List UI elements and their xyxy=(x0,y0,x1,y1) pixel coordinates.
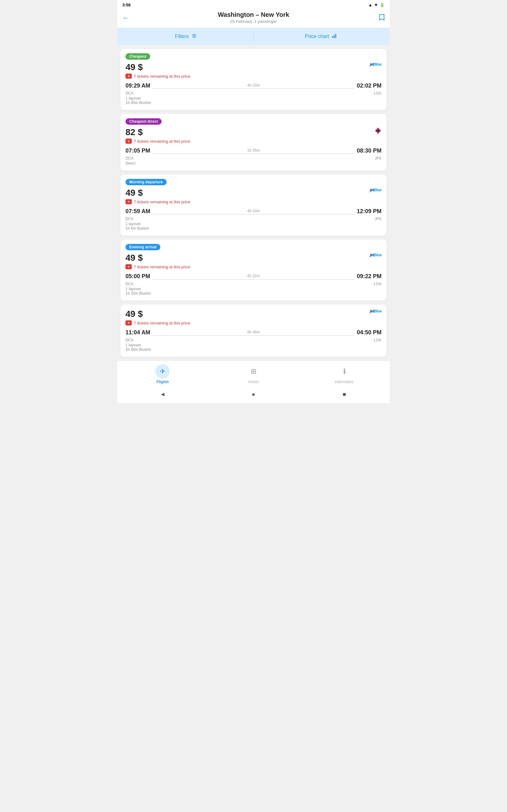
ticket-plane-icon: ✈ xyxy=(125,73,132,79)
android-home-icon: ● xyxy=(252,391,256,398)
arrive-airport: LGA xyxy=(374,282,382,286)
arrive-time: 04:50 PM xyxy=(357,329,382,336)
duration-label: 5h 46m xyxy=(247,330,260,334)
arrive-airport: LGA xyxy=(374,338,382,342)
flights-list: Cheapest 49 $ jetBlue ✈ 7 tickets remain… xyxy=(117,45,390,361)
nav-item-information[interactable]: ℹInformation xyxy=(299,364,390,384)
wifi-icon: ▼ xyxy=(374,3,378,7)
airline-logo: jetBlue xyxy=(370,309,382,313)
airline-logo xyxy=(375,127,382,136)
svg-rect-7 xyxy=(334,35,335,38)
airport-row: DCA JFK xyxy=(125,156,382,160)
svg-point-3 xyxy=(193,34,193,35)
airport-row: DCA JFK xyxy=(125,217,382,221)
flight-times: 09:29 AM 4h 33m 02:02 PM xyxy=(125,83,382,89)
airline-logo: jetBlue xyxy=(370,62,382,67)
flight-badge: Morning departure xyxy=(125,179,167,185)
ticket-plane-icon: ✈ xyxy=(125,320,132,325)
flight-price: 49 $ xyxy=(125,62,143,72)
status-bar: 3:58 ▲ ▼ 🔋 xyxy=(117,0,390,9)
flight-price: 49 $ xyxy=(125,253,143,263)
nav-icon-flights: ✈ xyxy=(155,364,170,379)
airport-row: DCA LGA xyxy=(125,282,382,286)
depart-airport: DCA xyxy=(125,282,133,286)
tickets-remaining: ✈ 7 tickets remaining at this price xyxy=(125,264,382,269)
android-back-button[interactable]: ◄ xyxy=(156,390,170,399)
flight-line xyxy=(153,335,354,336)
duration-line: 4h 10m xyxy=(150,209,357,214)
arrive-airport: LGA xyxy=(374,91,382,96)
depart-airport: DCA xyxy=(125,217,133,221)
flight-card[interactable]: 49 $ jetBlue ✈ 7 tickets remaining at th… xyxy=(120,305,387,357)
android-recent-button[interactable]: ■ xyxy=(337,390,351,399)
tickets-remaining: ✈ 7 tickets remaining at this price xyxy=(125,73,382,79)
svg-rect-8 xyxy=(335,34,336,38)
flight-card[interactable]: Morning departure 49 $ jetBlue ✈ 7 ticke… xyxy=(120,174,387,236)
flight-times: 07:05 PM 1h 25m 08:30 PM xyxy=(125,148,382,154)
tickets-remaining: ✈ 7 tickets remaining at this price xyxy=(125,139,382,144)
layover-info: Direct xyxy=(125,161,382,165)
nav-label-information: Information xyxy=(335,380,354,384)
duration-line: 5h 46m xyxy=(150,330,357,336)
flight-badge: Cheapest direct xyxy=(125,118,162,125)
tickets-text: 7 tickets remaining at this price xyxy=(134,74,190,79)
depart-time: 07:59 AM xyxy=(125,208,150,215)
layover-info: 1 layover1h 6m Boston xyxy=(125,222,382,231)
flight-badge: Evening arrival xyxy=(125,244,160,250)
status-time: 3:58 xyxy=(122,3,130,7)
page-title: Washington – New York xyxy=(122,11,385,18)
ticket-plane-icon: ✈ xyxy=(125,264,132,269)
depart-time: 07:05 PM xyxy=(125,148,150,154)
flight-price: 49 $ xyxy=(125,188,143,198)
tickets-text: 7 tickets remaining at this price xyxy=(134,200,190,204)
header-subtitle: 25 February, 1 passenger xyxy=(122,19,385,24)
nav-label-flights: Flights xyxy=(157,380,169,384)
flight-card[interactable]: Cheapest direct 82 $ ✈ 7 tickets remaini… xyxy=(120,114,387,171)
duration-line: 1h 25m xyxy=(150,148,357,154)
svg-point-5 xyxy=(193,37,194,38)
flight-card[interactable]: Evening arrival 49 $ jetBlue ✈ 7 tickets… xyxy=(120,240,387,301)
nav-label-hotels: Hotels xyxy=(248,380,259,384)
flight-badge: Cheapest xyxy=(125,53,150,60)
filter-divider xyxy=(253,31,254,42)
flight-times: 05:00 PM 4h 22m 09:22 PM xyxy=(125,273,382,280)
depart-time: 05:00 PM xyxy=(125,273,150,280)
bookmark-button[interactable] xyxy=(379,14,385,22)
ticket-plane-icon: ✈ xyxy=(125,139,132,144)
duration-line: 4h 22m xyxy=(150,274,357,280)
arrive-airport: JFK xyxy=(375,217,382,221)
arrive-time: 12:09 PM xyxy=(357,208,382,215)
airline-logo: jetBlue xyxy=(370,188,382,192)
ticket-plane-icon: ✈ xyxy=(125,199,132,204)
tickets-text: 7 tickets remaining at this price xyxy=(134,321,190,325)
filters-button[interactable]: Filters xyxy=(122,31,250,42)
price-chart-button[interactable]: Price chart xyxy=(258,31,385,42)
duration-line: 4h 33m xyxy=(150,83,357,89)
android-home-button[interactable]: ● xyxy=(246,390,261,399)
nav-item-hotels[interactable]: ⊞Hotels xyxy=(208,364,299,384)
nav-item-flights[interactable]: ✈Flights xyxy=(117,364,208,384)
back-button[interactable]: ← xyxy=(122,14,129,22)
airline-logo: jetBlue xyxy=(370,253,382,257)
price-row: 49 $ jetBlue xyxy=(125,253,382,263)
price-row: 49 $ jetBlue xyxy=(125,62,382,72)
status-icons: ▲ ▼ 🔋 xyxy=(368,3,385,7)
nav-icon-information: ℹ xyxy=(337,364,352,379)
header: ← Washington – New York 25 February, 1 p… xyxy=(117,9,390,28)
layover-info: 1 layover1h 25m Boston xyxy=(125,287,382,296)
layover-info: 1 layover1h 45m Boston xyxy=(125,96,382,105)
price-row: 82 $ xyxy=(125,127,382,137)
duration-label: 4h 10m xyxy=(247,209,260,213)
flight-card[interactable]: Cheapest 49 $ jetBlue ✈ 7 tickets remain… xyxy=(120,49,387,110)
svg-rect-6 xyxy=(332,36,333,38)
price-chart-label: Price chart xyxy=(305,34,329,39)
arrive-time: 08:30 PM xyxy=(357,148,382,154)
arrive-time: 09:22 PM xyxy=(357,273,382,280)
duration-label: 4h 33m xyxy=(247,83,260,88)
depart-airport: DCA xyxy=(125,91,133,96)
android-nav: ◄ ● ■ xyxy=(117,387,390,403)
flight-line xyxy=(153,214,354,214)
tickets-text: 7 tickets remaining at this price xyxy=(134,264,190,269)
depart-time: 09:29 AM xyxy=(125,83,150,89)
flight-times: 07:59 AM 4h 10m 12:09 PM xyxy=(125,208,382,215)
